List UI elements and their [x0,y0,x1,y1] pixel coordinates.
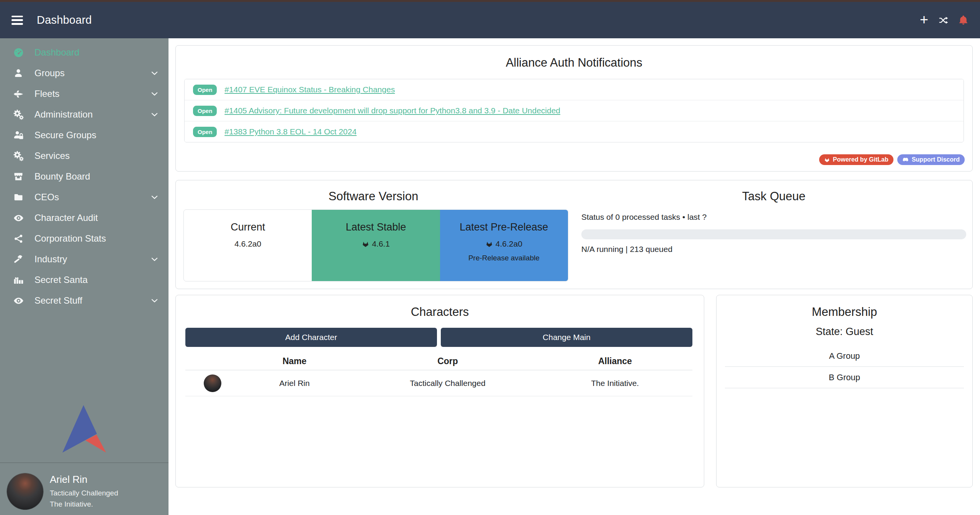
header-corp: Corp [358,356,538,366]
gifts-icon [11,275,25,285]
sidebar-item-character-audit[interactable]: Character Audit [0,208,169,228]
shuttle-icon [11,88,25,99]
sidebar-item-secure-groups[interactable]: Secure Groups [0,125,169,146]
notifications-title: Alliance Auth Notifications [176,56,972,70]
characters-card: Characters Add Character Change Main Nam… [175,295,704,487]
eye-icon [11,296,25,306]
characters-table: Name Corp Alliance Ariel Rin Tactically … [185,353,692,396]
header-name: Name [231,356,358,366]
top-navbar: Dashboard + [0,0,980,38]
gears-icon [11,110,25,120]
software-version-section: Software Version Current 4.6.2a0 Latest … [176,180,571,289]
task-queue-status: Status of 0 processed tasks • last ? [581,213,707,222]
alliance-logo [62,405,106,453]
user-alliance: The Initiative. [50,500,118,508]
notifications-list: Open #1407 EVE Equinox Status - Breaking… [184,79,964,142]
plus-icon[interactable]: + [920,12,928,27]
user-corp: Tactically Challenged [50,489,118,497]
membership-state: State: Guest [717,326,972,338]
folder-icon [11,192,25,202]
version-table: Current 4.6.2a0 Latest Stable 4.6.1 Late… [183,209,568,281]
chevron-down-icon [151,193,159,201]
character-alliance: The Initiative. [538,379,692,388]
shuffle-icon[interactable] [938,15,948,25]
eye-icon [11,213,25,223]
prerelease-note: Pre-Release available [440,254,568,262]
gitlab-icon [362,240,369,248]
notification-link[interactable]: #1405 Advisory: Future development will … [224,106,560,115]
sidebar-divider [0,463,169,463]
hammer-icon [11,254,25,264]
status-badge: Open [193,127,217,137]
chevron-down-icon [151,111,159,119]
add-character-button[interactable]: Add Character [185,328,437,347]
sidebar-item-ceos[interactable]: CEOs [0,187,169,208]
store-icon [11,172,25,181]
chevron-down-icon [151,90,159,98]
version-stable-cell: Latest Stable 4.6.1 [312,210,440,281]
gitlab-icon [824,157,830,163]
user-avatar [7,473,43,510]
gears-icon [11,151,25,161]
change-main-button[interactable]: Change Main [441,328,692,347]
chevron-down-icon [151,255,159,263]
user-icon [11,68,25,78]
membership-title: Membership [717,305,972,319]
software-version-title: Software Version [176,190,571,203]
character-avatar [204,374,221,392]
sidebar-item-services[interactable]: Services [0,146,169,166]
sidebar-item-industry[interactable]: Industry [0,249,169,270]
page-title: Dashboard [37,14,92,26]
header-alliance: Alliance [538,356,692,366]
task-queue-section: Task Queue Status of 0 processed tasks •… [581,180,966,289]
user-lock-icon [11,130,25,141]
characters-title: Characters [176,305,704,319]
sidebar-item-secret-stuff[interactable]: Secret Stuff [0,290,169,311]
user-name: Ariel Rin [50,474,118,486]
group-list-item: A Group [725,345,964,367]
membership-card: Membership State: Guest A Group B Group [716,295,973,487]
character-name: Ariel Rin [231,379,358,388]
task-queue-summary: N/A running | 213 queued [581,245,672,254]
software-version-card: Software Version Current 4.6.2a0 Latest … [175,180,973,289]
user-panel: ▼ Ariel Rin Tactically Challenged The In… [0,469,169,515]
support-discord-button[interactable]: Support Discord [897,154,965,165]
share-icon [11,234,25,244]
sidebar-item-bounty-board[interactable]: Bounty Board [0,166,169,187]
chevron-down-icon [151,297,159,305]
notification-link[interactable]: #1383 Python 3.8 EOL - 14 Oct 2024 [224,127,357,136]
version-prerelease-cell: Latest Pre-Release 4.6.2a0 Pre-Release a… [440,210,568,281]
bell-icon[interactable] [958,15,969,25]
character-row: Ariel Rin Tactically Challenged The Init… [185,370,692,396]
status-badge: Open [193,85,217,95]
sidebar-item-groups[interactable]: Groups [0,63,169,83]
task-queue-title: Task Queue [581,190,966,203]
sidebar: Dashboard Groups Fleets Administration S… [0,38,169,515]
notification-row: Open #1405 Advisory: Future development … [185,100,964,121]
sidebar-item-fleets[interactable]: Fleets [0,83,169,104]
hamburger-menu-icon[interactable] [11,16,23,25]
membership-groups-list: A Group B Group [725,345,964,388]
gauge-icon [11,47,25,58]
main-content: Alliance Auth Notifications Open #1407 E… [169,38,980,515]
version-current-cell: Current 4.6.2a0 [184,210,312,281]
sidebar-item-corporation-stats[interactable]: Corporation Stats [0,228,169,249]
group-list-item: B Group [725,367,964,388]
status-badge: Open [193,106,217,116]
discord-icon [902,157,909,163]
gitlab-icon [486,240,493,248]
task-queue-progressbar [581,229,966,239]
character-corp: Tactically Challenged [358,379,538,388]
chevron-down-icon [151,69,159,77]
notifications-card: Alliance Auth Notifications Open #1407 E… [175,45,973,172]
notification-row: Open #1407 EVE Equinox Status - Breaking… [185,79,964,100]
sidebar-item-dashboard[interactable]: Dashboard [0,42,169,63]
notification-row: Open #1383 Python 3.8 EOL - 14 Oct 2024 [185,121,964,142]
sidebar-item-secret-santa[interactable]: Secret Santa [0,270,169,290]
sidebar-item-administration[interactable]: Administration [0,104,169,125]
characters-table-header: Name Corp Alliance [185,353,692,370]
powered-by-gitlab-button[interactable]: Powered by GitLab [819,154,893,165]
notification-link[interactable]: #1407 EVE Equinox Status - Breaking Chan… [224,85,395,94]
alliance-auth-app: Dashboard + Dashboard Groups Fleets [0,0,980,515]
